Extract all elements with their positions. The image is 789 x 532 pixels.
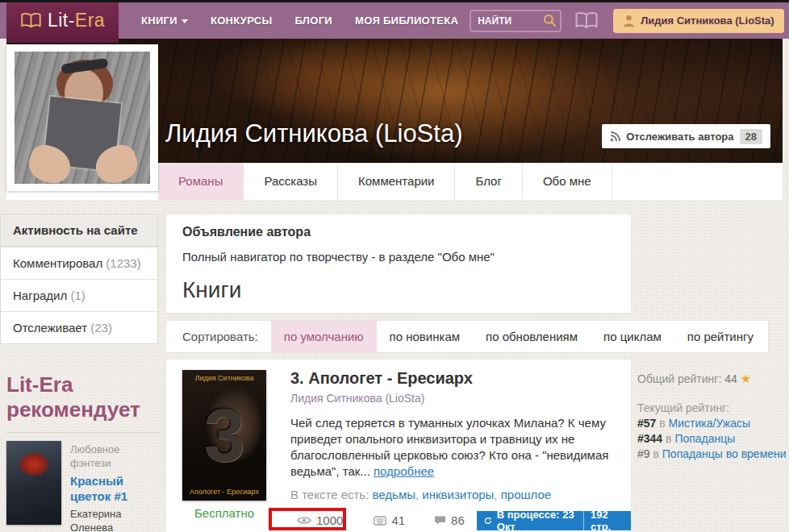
followers-count-badge: 28 bbox=[740, 129, 762, 144]
overall-rating-value: 44 bbox=[724, 372, 737, 385]
status-label: В процессе: 23 Окт bbox=[497, 509, 577, 532]
cover-number: 3 bbox=[203, 398, 244, 472]
recommendations-title: Lit-Era рекомендует bbox=[6, 372, 160, 422]
eye-icon bbox=[297, 516, 311, 525]
recommended-book-author: Екатерина Оленева bbox=[70, 507, 160, 532]
genre-link[interactable]: Мистика/Ужасы bbox=[669, 417, 750, 430]
user-icon bbox=[623, 15, 635, 27]
current-rating-label: Текущий рейтинг: bbox=[637, 401, 787, 416]
rating-position: #9 в Попаданцы во времени bbox=[637, 447, 787, 462]
sort-option-updated[interactable]: по обновлениям bbox=[473, 321, 591, 352]
follow-label: Отслеживать автора bbox=[626, 131, 733, 143]
search-box bbox=[470, 10, 561, 32]
tag-link[interactable]: ведьмы bbox=[373, 488, 415, 501]
menu-item-books[interactable]: КНИГИ bbox=[130, 2, 199, 39]
pages-icon bbox=[374, 516, 386, 526]
pages-read-stat: 41 bbox=[374, 513, 405, 527]
main-menu: КНИГИ КОНКУРСЫ БЛОГИ МОЯ БИБЛИОТЕКА bbox=[130, 2, 470, 39]
sort-option-cycles[interactable]: по циклам bbox=[591, 321, 674, 352]
search-input[interactable] bbox=[471, 12, 539, 30]
comments-count: 86 bbox=[451, 513, 465, 527]
book-price: Бесплатно bbox=[182, 506, 266, 520]
book-status-badge[interactable]: В процессе: 23 Окт 192 стр. bbox=[477, 511, 631, 530]
tab-comments[interactable]: Комментарии bbox=[338, 163, 455, 200]
books-section-heading: Книги bbox=[182, 277, 615, 303]
book-list-item: Лидия Ситникова 3 Апологет - Ересиарх Бе… bbox=[165, 359, 632, 532]
menu-item-my-library[interactable]: МОЯ БИБЛИОТЕКА bbox=[344, 2, 470, 39]
book-tags: В тексте есть: ведьмы, инквизиторы, прош… bbox=[290, 488, 623, 501]
comment-icon bbox=[434, 515, 446, 526]
sort-option-default[interactable]: по умолчанию bbox=[271, 321, 377, 352]
author-avatar[interactable] bbox=[6, 44, 158, 191]
author-photo bbox=[15, 52, 150, 184]
author-name-heading: Лидия Ситникова (LioSta) bbox=[165, 119, 462, 148]
activity-item-follows[interactable]: Отслеживает (23) bbox=[1, 311, 157, 343]
comments-stat: 86 bbox=[434, 513, 465, 527]
star-icon: ★ bbox=[741, 372, 751, 385]
read-more-link[interactable]: подробнее bbox=[374, 464, 434, 478]
sort-option-rating[interactable]: по рейтингу bbox=[674, 321, 766, 352]
window-top-edge bbox=[0, 0, 789, 2]
site-logo[interactable]: Lit-Era bbox=[6, 0, 119, 43]
overall-rating: Общий рейтинг: 44 ★ bbox=[637, 371, 787, 387]
search-button[interactable] bbox=[539, 11, 560, 31]
user-account-button[interactable]: Лидия Ситникова (LioSta) bbox=[613, 9, 783, 33]
tab-blog[interactable]: Блог bbox=[455, 163, 522, 200]
activity-panel: Активность на сайте Комментировал (1233)… bbox=[0, 214, 158, 344]
rss-icon bbox=[610, 131, 620, 142]
book-author-link[interactable]: Лидия Ситникова (LioSta) bbox=[290, 392, 623, 405]
views-stat: 1000 bbox=[297, 513, 343, 527]
announcement-text: Полный навигатор по творчеству - в разде… bbox=[182, 250, 615, 264]
chevron-down-icon bbox=[182, 19, 188, 23]
activity-item-commented[interactable]: Комментировал (1233) bbox=[1, 247, 157, 279]
rating-position: #344 в Попаданцы bbox=[637, 431, 787, 447]
tag-link[interactable]: инквизиторы bbox=[422, 488, 494, 501]
activity-item-awarded[interactable]: Наградил (1) bbox=[1, 279, 157, 311]
logo-text: Lit-Era bbox=[48, 10, 105, 31]
cover-title-text: Апологет - Ересиарх bbox=[190, 488, 259, 501]
book-cover[interactable]: Лидия Ситникова 3 Апологет - Ересиарх bbox=[182, 370, 266, 501]
follow-author-button[interactable]: Отслеживать автора 28 bbox=[602, 124, 770, 148]
book-genre: Любовное фэнтези bbox=[70, 443, 160, 470]
announcement-title: Объявление автора bbox=[182, 225, 615, 239]
activity-title: Активность на сайте bbox=[1, 214, 157, 247]
tab-novels[interactable]: Романы bbox=[158, 163, 244, 200]
recommendations-panel: Lit-Era рекомендует Любовное фэнтези Кра… bbox=[6, 372, 160, 532]
genre-link[interactable]: Попаданцы во времени bbox=[662, 447, 787, 460]
library-shortcut-icon[interactable] bbox=[574, 11, 599, 30]
tag-link[interactable]: прошлое bbox=[501, 488, 551, 501]
sort-label: Сортировать: bbox=[182, 330, 258, 343]
pages-read-count: 41 bbox=[391, 513, 405, 527]
recommended-book: Любовное фэнтези Красный цветок #1 Екате… bbox=[6, 441, 160, 532]
user-name: Лидия Ситникова (LioSta) bbox=[641, 15, 774, 27]
views-count: 1000 bbox=[316, 513, 343, 527]
status-pages: 192 стр. bbox=[583, 509, 624, 532]
announcement-card: Объявление автора Полный навигатор по тв… bbox=[165, 214, 632, 314]
open-book-logo-icon bbox=[20, 12, 42, 29]
book-description: Чей след теряется в туманных улочках Мил… bbox=[290, 415, 617, 480]
search-icon bbox=[543, 14, 557, 27]
top-navigation-bar: Lit-Era КНИГИ КОНКУРСЫ БЛОГИ МОЯ БИБЛИОТ… bbox=[0, 2, 789, 39]
recommended-book-title-link[interactable]: Красный цветок #1 bbox=[70, 473, 160, 504]
sort-option-new[interactable]: по новинкам bbox=[377, 321, 473, 352]
tab-stories[interactable]: Рассказы bbox=[244, 163, 338, 200]
cover-author-text: Лидия Ситникова bbox=[195, 370, 254, 382]
book-ratings: Общий рейтинг: 44 ★ Текущий рейтинг: #57… bbox=[637, 371, 787, 462]
genre-link[interactable]: Попаданцы bbox=[674, 432, 735, 445]
rating-position: #57 в Мистика/Ужасы bbox=[637, 416, 787, 431]
book-title-link[interactable]: 3. Апологет - Ересиарх bbox=[290, 369, 473, 387]
tab-about[interactable]: Обо мне bbox=[523, 163, 612, 200]
recommended-book-cover[interactable] bbox=[6, 441, 61, 525]
menu-item-blogs[interactable]: БЛОГИ bbox=[284, 2, 344, 39]
divider bbox=[6, 432, 160, 433]
menu-item-contests[interactable]: КОНКУРСЫ bbox=[199, 2, 284, 39]
sort-bar: Сортировать: по умолчанию по новинкам по… bbox=[165, 320, 769, 353]
refresh-icon bbox=[484, 516, 492, 526]
